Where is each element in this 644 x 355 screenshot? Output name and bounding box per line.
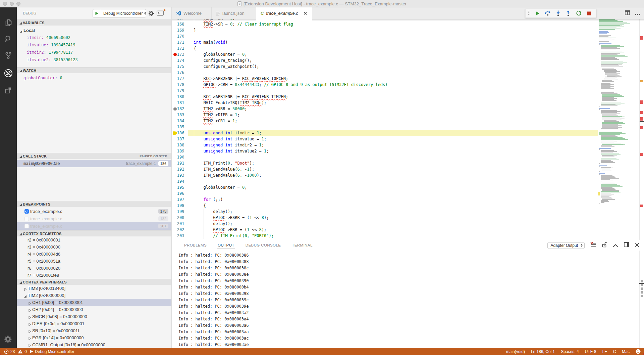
section-header-peripherals[interactable]: CORTEX PERIPHERALS [17, 279, 172, 285]
twisty-collapsed-icon[interactable] [28, 315, 31, 318]
status-utf-8[interactable]: UTF-8 [585, 349, 596, 354]
breakpoint-glyph[interactable] [172, 106, 178, 112]
variables-row[interactable]: Local [17, 27, 172, 34]
variables-row[interactable]: itmdir2: 1799478117 [17, 49, 172, 56]
continue-button[interactable] [532, 9, 543, 17]
output-line: Info : halted: PC: 0x08000386 [178, 252, 249, 259]
tab-trace_example-c[interactable]: Ctrace_example.c [256, 7, 312, 19]
output-channel-select[interactable]: Adapter Output [547, 242, 585, 249]
start-debug-button[interactable] [93, 9, 100, 17]
callstack-row[interactable]: main@0x080003aetrace_example.c186 [17, 160, 172, 167]
section-header-registers[interactable]: CORTEX REGISTERS [17, 230, 172, 236]
variables-row[interactable]: itmdir: 4066950602 [17, 34, 172, 41]
section-header-breakpoints[interactable]: BREAKPOINTS [17, 201, 172, 207]
panel-tab-output[interactable]: OUTPUT [217, 242, 235, 249]
section-header-callstack[interactable]: CALL STACKPAUSED ON STEP [17, 153, 172, 159]
peripherals-row[interactable]: SR [0x10] = 0x0000001f [17, 327, 172, 334]
c-file-icon: C [261, 11, 264, 16]
activitybar-search[interactable] [0, 31, 17, 47]
more-actions-button[interactable] [635, 10, 640, 16]
close-tab-icon[interactable] [304, 12, 307, 15]
output-line: Info : halted: PC: 0x080003a6 [178, 322, 249, 329]
twisty-collapsed-icon[interactable] [28, 343, 31, 346]
registers-row[interactable]: r2 = 0x00000001 [17, 236, 172, 243]
toolbar-drag-handle[interactable] [528, 11, 531, 16]
peripherals-row[interactable]: CR1 [0x00] = 0x00000001 [17, 299, 172, 306]
breakpoints-row[interactable]: trace_example.c182 [17, 215, 172, 222]
maximize-panel-button[interactable] [613, 242, 618, 249]
status-spaces-4[interactable]: Spaces: 4 [561, 349, 579, 354]
twisty-collapsed-icon[interactable] [28, 301, 31, 304]
twisty-expanded-icon[interactable] [19, 29, 22, 32]
status-main-void-[interactable]: main(void) [506, 349, 525, 354]
registers-row[interactable]: r4 = 0x080004d6 [17, 251, 172, 258]
twisty-collapsed-icon[interactable] [28, 322, 31, 325]
step-into-button[interactable] [553, 9, 563, 17]
line-number: 178 [172, 82, 184, 88]
panel-tab-debug-console[interactable]: DEBUG CONSOLE [245, 242, 281, 249]
code-line: for (;;) [194, 196, 223, 203]
status-warning[interactable]: 0 [18, 349, 27, 354]
code-line: NVIC_EnableIRQ(TIM2_IRQn); [194, 100, 267, 106]
step-out-button[interactable] [563, 9, 574, 17]
code-editor[interactable]: 1671681691701711721731741751761771781791… [172, 19, 644, 240]
step-over-button[interactable] [543, 9, 553, 17]
activitybar-settings[interactable] [0, 331, 17, 347]
twisty-collapsed-icon[interactable] [28, 308, 31, 311]
tab-launch-json[interactable]: launch.json [212, 7, 256, 19]
section-header-variables[interactable]: VARIABLES [17, 19, 172, 26]
breakpoint-checkbox[interactable] [24, 217, 29, 221]
twisty-collapsed-icon[interactable] [28, 336, 31, 339]
activitybar-extensions[interactable] [0, 82, 17, 98]
breakpoint-checkbox[interactable] [24, 224, 29, 228]
tab-welcome[interactable]: Welcome [172, 7, 212, 19]
move-panel-button[interactable] [624, 242, 629, 249]
close-panel-button[interactable] [635, 242, 639, 249]
panel-tab-problems[interactable]: PROBLEMS [184, 242, 207, 249]
split-editor-button[interactable] [625, 10, 630, 16]
registers-row[interactable]: r7 = 0x20001fe8 [17, 272, 172, 279]
breakpoint-glyph[interactable] [172, 51, 178, 57]
breakpoints-row[interactable]: trace_example.c207 [17, 222, 172, 230]
twisty-expanded-icon[interactable] [24, 294, 27, 297]
stop-button[interactable] [584, 9, 594, 17]
status-c[interactable]: C [613, 349, 616, 354]
output-line: Info : halted: PC: 0x0800038c [178, 265, 249, 271]
watch-row[interactable]: globalCounter: 0 [17, 74, 172, 82]
status-mac[interactable]: Mac [622, 349, 630, 354]
section-header-watch[interactable]: WATCH [17, 67, 172, 73]
peripherals-row[interactable]: TIM8 [0x40013400] [17, 285, 172, 292]
sidebar-title: DEBUG [23, 11, 37, 15]
peripherals-row[interactable]: DIER [0x0c] = 0x00000001 [17, 320, 172, 327]
twisty-collapsed-icon[interactable] [24, 287, 27, 290]
twisty-collapsed-icon[interactable] [28, 329, 31, 332]
peripherals-row[interactable]: EGR [0x14] = 0x00000000 [17, 334, 172, 341]
activitybar-explorer[interactable] [0, 15, 17, 31]
activitybar-debug[interactable] [0, 65, 17, 81]
feedback-smiley-button[interactable] [636, 349, 641, 354]
variables-row[interactable]: itmvalue2: 3815390123 [17, 56, 172, 63]
status-error[interactable]: 23 [4, 349, 15, 354]
status-play[interactable]: Debug Microcontroller [30, 349, 74, 354]
registers-row[interactable]: r5 = 0x2000051a [17, 258, 172, 265]
breakpoint-checkbox[interactable] [24, 209, 29, 214]
configure-launch-button[interactable] [148, 10, 154, 18]
activitybar-source-control[interactable] [0, 47, 17, 63]
registers-row[interactable]: r3 = 0x40000000 [17, 243, 172, 251]
scroll-lock-button[interactable] [602, 242, 607, 249]
status-lf[interactable]: LF [602, 349, 607, 354]
breakpoints-row[interactable]: trace_example.c173 [17, 208, 172, 215]
peripherals-row[interactable]: SMCR [0x08] = 0x00000000 [17, 313, 172, 320]
restart-button[interactable] [574, 9, 584, 17]
status-ln-186-col-1[interactable]: Ln 186, Col 1 [531, 349, 555, 354]
registers-row[interactable]: r6 = 0x00000020 [17, 265, 172, 272]
peripherals-row[interactable]: CR2 [0x04] = 0x00000000 [17, 306, 172, 313]
peripherals-row[interactable]: CCMR1_Output [0x18] = 0x00000000 [17, 341, 172, 348]
open-debug-console-button[interactable] [157, 10, 165, 16]
panel-tab-terminal[interactable]: TERMINAL [291, 242, 313, 249]
clear-output-button[interactable] [590, 242, 596, 249]
minimap[interactable] [598, 19, 639, 240]
launch-configuration-select[interactable]: Debug Microcontroller [100, 9, 146, 17]
peripherals-row[interactable]: TIM2 [0x40000000] [17, 292, 172, 299]
variables-row[interactable]: itmvalue: 1898457419 [17, 41, 172, 49]
